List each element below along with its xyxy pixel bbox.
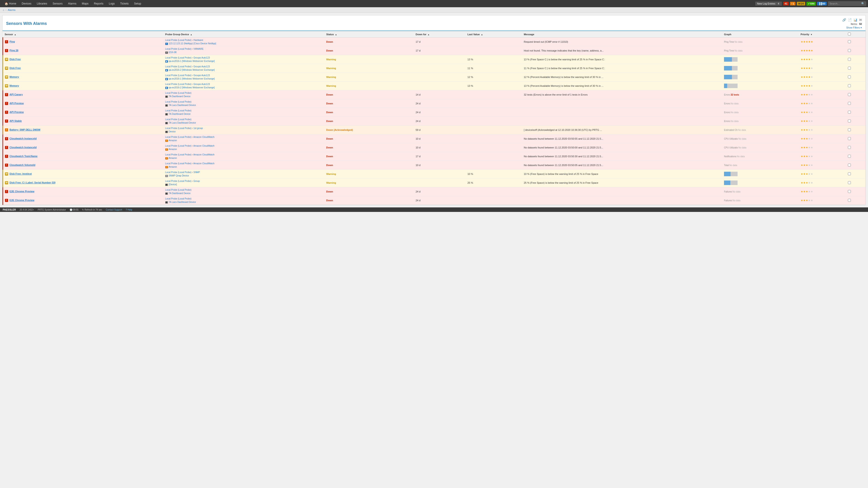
device-link[interactable]: qa-ex2016-1 [Windows Webserver Exchange]: [168, 77, 215, 80]
priority-stars[interactable]: ★★★★★: [801, 128, 813, 131]
search-box[interactable]: 🔍: [828, 1, 866, 6]
checkbox-cell[interactable]: [846, 117, 866, 126]
device-link[interactable]: qa-ex2016-1 [Windows Webserver Exchange]: [168, 60, 215, 62]
priority-stars[interactable]: ★★★★★: [801, 84, 813, 88]
sensor-name-link[interactable]: Cloudwatch InstanceId: [9, 146, 37, 149]
export-pdf-icon[interactable]: 📄: [848, 18, 852, 22]
device-link[interactable]: Device: [168, 130, 176, 133]
device-link[interactable]: [Device]: [168, 183, 177, 186]
group-link[interactable]: Groupo Auto123: [193, 57, 210, 59]
sensor-name-link[interactable]: Disk Free: [9, 58, 21, 61]
device-link[interactable]: TA Lacs Dashboard Device: [168, 122, 196, 124]
group-link[interactable]: SNMP: [193, 171, 200, 173]
row-checkbox[interactable]: [848, 199, 851, 202]
nav-devices[interactable]: Devices: [19, 0, 34, 7]
group-link[interactable]: Groupo Auto123: [193, 83, 210, 86]
sensor-name-link[interactable]: API Stable: [9, 120, 22, 122]
priority-stars[interactable]: ★★★★★: [801, 67, 813, 70]
row-checkbox[interactable]: [848, 146, 851, 149]
priority-stars[interactable]: ★★★★★: [801, 181, 813, 184]
row-checkbox[interactable]: [848, 67, 851, 70]
row-checkbox[interactable]: [848, 172, 851, 175]
row-checkbox[interactable]: [848, 164, 851, 166]
group-link[interactable]: Hardware: [193, 39, 203, 41]
select-all-checkbox[interactable]: [848, 33, 851, 35]
checkbox-cell[interactable]: [846, 73, 866, 82]
probe-link[interactable]: Local Probe (Local Probe): [165, 162, 191, 165]
probe-link[interactable]: Local Probe (Local Probe): [165, 74, 191, 76]
device-link[interactable]: qa-ex2016-2 [Windows Webserver Exchange]: [168, 86, 215, 89]
nav-libraries[interactable]: Libraries: [34, 0, 50, 7]
group-link[interactable]: 1st group: [193, 127, 203, 129]
device-link[interactable]: SNMP Qnap Device: [168, 174, 189, 177]
priority-stars[interactable]: ★★★★★: [801, 75, 813, 78]
probe-link[interactable]: Local Probe (Local Probe): [165, 39, 191, 41]
row-checkbox[interactable]: [848, 181, 851, 184]
email-icon[interactable]: ✉: [859, 18, 862, 22]
badge-paused[interactable]: ▐▐60: [817, 2, 827, 5]
row-checkbox[interactable]: [848, 75, 851, 78]
sensor-name-link[interactable]: API Preview: [9, 111, 24, 113]
device-link[interactable]: TA Dashboard Device: [168, 95, 191, 98]
sensor-name-link[interactable]: Disk Free: /mnt/ext: [9, 172, 32, 175]
priority-stars[interactable]: ★★★★★: [801, 164, 813, 167]
badge-error[interactable]: !1: [790, 2, 796, 5]
group-link[interactable]: Amazon CloudWatch: [193, 153, 215, 156]
device-link[interactable]: Amazon: [168, 166, 177, 168]
group-link[interactable]: Amazon CloudWatch: [193, 144, 215, 147]
checkbox-cell[interactable]: [846, 55, 866, 64]
nav-maps[interactable]: Maps: [79, 0, 91, 7]
row-checkbox[interactable]: [848, 120, 851, 123]
probe-link[interactable]: Local Probe (Local Probe): [165, 197, 191, 200]
export-csv-icon[interactable]: 📊: [854, 18, 857, 22]
checkbox-cell[interactable]: [846, 126, 866, 134]
probe-link[interactable]: Local Probe (Local Probe): [165, 65, 191, 68]
priority-stars[interactable]: ★★★★★: [801, 93, 813, 96]
row-checkbox[interactable]: [848, 102, 851, 105]
sensor-name-link[interactable]: E2E Chrome Preview: [9, 190, 34, 193]
contact-support[interactable]: Contact Support: [106, 208, 122, 211]
priority-stars[interactable]: ★★★★★: [801, 40, 813, 43]
checkbox-cell[interactable]: [846, 178, 866, 187]
sensor-name-link[interactable]: Disk Free: [9, 67, 21, 69]
probe-link[interactable]: Local Probe (Local Probe): [165, 189, 191, 191]
probe-link[interactable]: Local Probe (Local Probe): [165, 144, 191, 147]
priority-stars[interactable]: ★★★★★: [801, 58, 813, 61]
col-priority[interactable]: Priority ▼: [799, 31, 846, 37]
priority-stars[interactable]: ★★★★★: [801, 102, 813, 105]
nav-reports[interactable]: Reports: [91, 0, 106, 7]
priority-stars[interactable]: ★★★★★: [801, 111, 813, 114]
checkbox-cell[interactable]: [846, 37, 866, 46]
priority-stars[interactable]: ★★★★★: [801, 190, 813, 193]
group-link[interactable]: VMWARE: [193, 48, 204, 50]
col-last-value[interactable]: Last Value ▲: [466, 31, 522, 37]
badge-critical[interactable]: 41: [783, 2, 789, 5]
checkbox-cell[interactable]: [846, 108, 866, 117]
nav-setup[interactable]: Setup: [131, 0, 144, 7]
probe-link[interactable]: Local Probe (Local Probe): [165, 127, 191, 129]
row-checkbox[interactable]: [848, 128, 851, 131]
probe-link[interactable]: Local Probe (Local Probe): [165, 180, 191, 182]
row-checkbox[interactable]: [848, 111, 851, 113]
checkbox-cell[interactable]: [846, 143, 866, 152]
checkbox-cell[interactable]: [846, 196, 866, 205]
sensor-name-link[interactable]: Cloudwatch VolumeId: [9, 164, 35, 166]
sensor-name-link[interactable]: Cloudwatch TopicName: [9, 155, 37, 158]
device-link[interactable]: TA Dashboard Device: [168, 192, 191, 195]
col-down-for[interactable]: Down for ▲: [414, 31, 466, 37]
checkbox-cell[interactable]: [846, 46, 866, 55]
probe-link[interactable]: Local Probe (Local Probe): [165, 101, 191, 103]
device-link[interactable]: Amazon: [168, 148, 177, 151]
probe-link[interactable]: Local Probe (Local Probe): [165, 109, 191, 112]
row-checkbox[interactable]: [848, 58, 851, 61]
device-link[interactable]: Amazon: [168, 157, 177, 159]
log-entries-button[interactable]: New Log Entries 4: [755, 2, 782, 6]
checkbox-cell[interactable]: [846, 161, 866, 170]
row-checkbox[interactable]: [848, 84, 851, 87]
col-select-all[interactable]: [846, 31, 866, 37]
sensor-name-link[interactable]: E2E Chrome Preview: [9, 199, 34, 201]
show-filters-link[interactable]: Show Filters ▾: [846, 26, 862, 29]
group-link[interactable]: Groupo Auto123: [193, 74, 210, 76]
sensor-name-link[interactable]: API Canary: [9, 93, 23, 96]
group-link[interactable]: Amazon CloudWatch: [193, 162, 215, 165]
